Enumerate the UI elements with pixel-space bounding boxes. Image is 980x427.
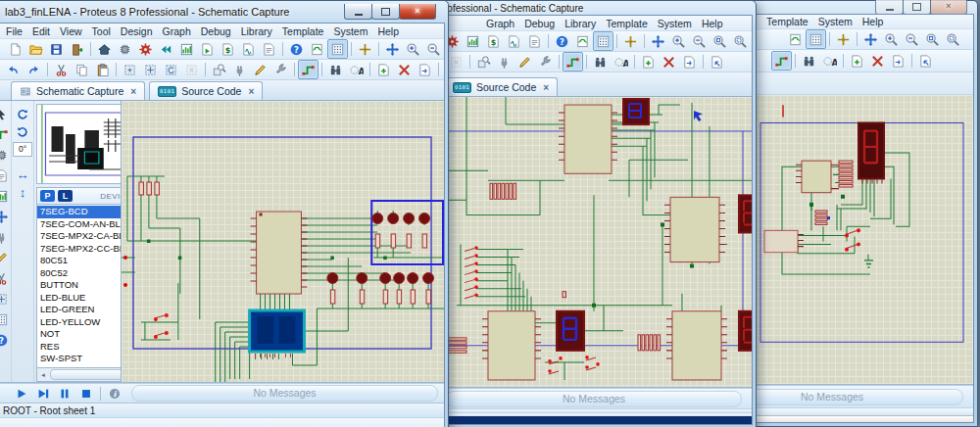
zoomin-icon[interactable]: [881, 29, 902, 49]
gear-icon[interactable]: [135, 39, 156, 59]
propa-icon[interactable]: [611, 52, 631, 71]
exitdoc-icon[interactable]: [707, 52, 727, 71]
maximize-button[interactable]: [371, 4, 400, 20]
flip-horizontal-button[interactable]: ↔: [14, 166, 31, 182]
pause-icon[interactable]: [54, 385, 75, 402]
bdel-icon[interactable]: [446, 52, 466, 71]
grid-icon[interactable]: [0, 310, 11, 328]
text-icon[interactable]: [259, 39, 279, 59]
help-icon[interactable]: [0, 331, 11, 349]
wrench-icon[interactable]: [535, 52, 556, 71]
zoomobj-icon[interactable]: [209, 60, 229, 79]
help-icon[interactable]: [552, 31, 572, 51]
binoc-icon[interactable]: [590, 52, 611, 71]
minimize-button[interactable]: [344, 4, 372, 20]
rotate-clockwise-button[interactable]: [14, 107, 31, 122]
rotation-angle-field[interactable]: 0°: [13, 142, 32, 157]
zoomin-icon[interactable]: [403, 39, 423, 59]
zoomout-icon[interactable]: [902, 29, 922, 49]
cut-icon[interactable]: [0, 269, 11, 287]
pan-icon[interactable]: [648, 31, 668, 51]
copy-icon[interactable]: [72, 60, 92, 79]
proteus-window-middle[interactable]: rofessional - Schematic Capture GraphDeb…: [431, 0, 757, 427]
bpaste-icon[interactable]: [161, 60, 181, 79]
bdel-icon[interactable]: [181, 60, 202, 79]
delsheet-icon[interactable]: [867, 51, 888, 71]
grid-icon[interactable]: [593, 31, 613, 51]
text-icon[interactable]: [0, 166, 11, 184]
playdoc-icon[interactable]: [197, 39, 218, 59]
menu-template[interactable]: Template: [601, 17, 653, 30]
zoomout-icon[interactable]: [689, 31, 710, 51]
door-icon[interactable]: [67, 39, 87, 59]
pointer-icon[interactable]: [0, 105, 11, 122]
menu-template[interactable]: Template: [277, 24, 329, 38]
tab-close-icon[interactable]: ×: [248, 86, 254, 97]
home-icon[interactable]: [94, 39, 115, 59]
menu-graph[interactable]: Graph: [158, 24, 196, 38]
chart-icon[interactable]: [176, 39, 197, 59]
library-button[interactable]: L: [58, 190, 73, 202]
rewind-icon[interactable]: [156, 39, 176, 59]
pencil-icon[interactable]: [514, 52, 535, 71]
zoomfull-icon[interactable]: [922, 29, 943, 49]
menu-system[interactable]: System: [813, 15, 858, 28]
tab-source-code[interactable]: 0101 Source Code ×: [149, 81, 263, 100]
play-icon[interactable]: [11, 385, 32, 402]
step-icon[interactable]: [32, 385, 54, 402]
binoc-icon[interactable]: [325, 60, 346, 79]
pin-icon[interactable]: [0, 146, 11, 164]
save-icon[interactable]: [46, 39, 67, 59]
pan-icon[interactable]: [860, 29, 881, 49]
text-icon[interactable]: [524, 31, 545, 51]
maximize-button[interactable]: [903, 0, 931, 15]
addsheet-icon[interactable]: [373, 60, 394, 79]
plug-icon[interactable]: [229, 60, 250, 79]
bcopy-icon[interactable]: [120, 60, 140, 79]
grid-icon[interactable]: [806, 29, 826, 49]
pick-devices-button[interactable]: P: [40, 190, 55, 202]
tab-close-icon[interactable]: ×: [130, 86, 136, 97]
zoomarea-icon[interactable]: [943, 29, 963, 49]
menu-system[interactable]: System: [328, 24, 372, 38]
zoomin-icon[interactable]: [668, 31, 689, 51]
gotosheet-icon[interactable]: [415, 60, 435, 79]
plug-icon[interactable]: [0, 228, 11, 246]
route-icon[interactable]: [0, 125, 11, 143]
menu-help[interactable]: Help: [697, 17, 728, 30]
gotosheet-icon[interactable]: [679, 52, 700, 71]
zoomobj-icon[interactable]: [473, 52, 494, 71]
bmove-icon[interactable]: [140, 60, 161, 79]
pan-icon[interactable]: [382, 39, 403, 59]
menu-system[interactable]: System: [653, 17, 697, 30]
menu-help[interactable]: Help: [858, 15, 889, 28]
bmove-icon[interactable]: [0, 290, 11, 308]
chart-icon[interactable]: [463, 31, 483, 51]
menu-file[interactable]: File: [1, 24, 27, 38]
gotosheet-icon[interactable]: [888, 51, 908, 71]
pencil-icon[interactable]: [250, 60, 270, 79]
cut-icon[interactable]: [51, 60, 72, 79]
schematic-canvas[interactable]: [121, 101, 444, 382]
flip-vertical-button[interactable]: ↕: [14, 184, 31, 200]
redo-icon[interactable]: [24, 60, 44, 79]
plug-icon[interactable]: [494, 52, 514, 71]
menu-graph[interactable]: Graph: [481, 17, 519, 30]
undo-icon[interactable]: [3, 60, 24, 79]
meter-icon[interactable]: [238, 39, 259, 59]
page-icon[interactable]: [5, 39, 25, 59]
stop-icon[interactable]: [75, 385, 97, 402]
delsheet-icon[interactable]: [394, 60, 415, 79]
wrench-icon[interactable]: [270, 60, 291, 79]
pin-icon[interactable]: [115, 39, 135, 59]
info-icon[interactable]: [104, 385, 125, 402]
route-icon[interactable]: [298, 60, 318, 79]
addsheet-icon[interactable]: [638, 52, 659, 71]
menu-library[interactable]: Library: [560, 17, 601, 30]
help-icon[interactable]: [286, 39, 307, 59]
exitdoc-icon[interactable]: [915, 51, 936, 71]
propa-icon[interactable]: [346, 60, 367, 79]
zoomout-icon[interactable]: [423, 39, 444, 59]
addsheet-icon[interactable]: [847, 51, 867, 71]
route-icon[interactable]: [563, 52, 583, 71]
